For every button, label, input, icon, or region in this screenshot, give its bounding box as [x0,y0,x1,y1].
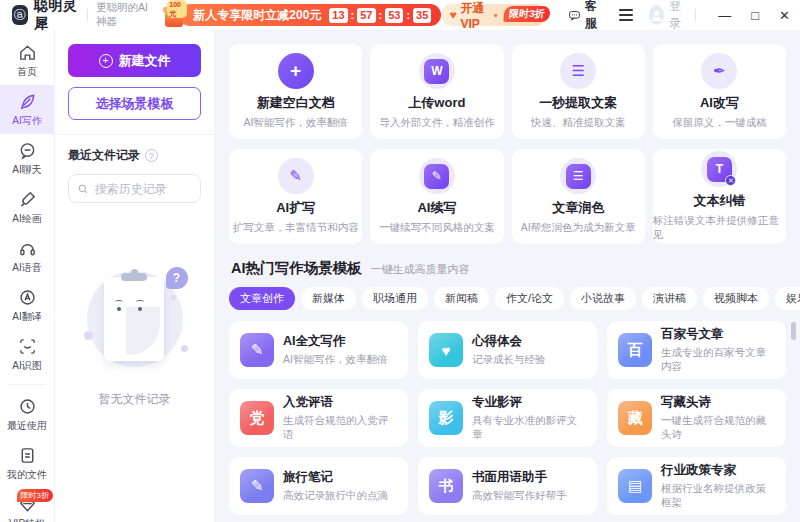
tab-speech[interactable]: 演讲稿 [642,287,697,310]
feature-desc: 扩写文章，丰富情节和内容 [233,221,359,235]
template-desc: 一键生成符合规范的藏头诗 [661,414,775,442]
tab-article-creation[interactable]: 文章创作 [229,287,295,310]
feature-grid: + 新建空白文档 AI智能写作，效率翻倍 W 上传word 导入外部文件，精准创… [229,44,786,244]
sidebar-item-ai-image-recognition[interactable]: AI识图 [0,330,54,379]
tab-video-script[interactable]: 视频脚本 [703,287,769,310]
close-button[interactable]: ✕ [779,9,790,22]
question-bubble-icon: ? [166,267,188,289]
poem-icon: 藏 [618,401,652,435]
template-acrostic-poem[interactable]: 藏 写藏头诗 一键生成符合规范的藏头诗 [607,389,786,447]
history-search-input[interactable] [95,182,192,196]
promo-banner[interactable]: 100元 新人专享限时立减200元 13: 57: 53: 35 [179,4,441,26]
policy-doc-icon: ▤ [618,469,652,503]
template-travel-notes[interactable]: ✎ 旅行笔记 高效记录旅行中的点滴 [229,457,408,515]
template-movie-review[interactable]: 影 专业影评 具有专业水准的影评文章 [418,389,597,447]
feature-upload-word[interactable]: W 上传word 导入外部文件，精准创作 [370,44,503,139]
template-title: 心得体会 [472,333,546,350]
vip-label: 开通VIP [461,0,491,31]
template-industry-policy[interactable]: ▤ 行业政策专家 根据行业名称提供政策框架 [607,457,786,515]
help-icon[interactable]: ? [145,149,158,162]
template-desc: 记录成长与经验 [472,353,546,367]
app-logo-icon: ⓐ [12,5,28,25]
sidebar-item-ai-paint[interactable]: AI绘画 [0,183,54,232]
scrollbar-thumb[interactable] [791,322,796,340]
new-file-label: 新建文件 [119,52,171,70]
sidebar-item-home[interactable]: 首页 [0,36,54,85]
sidebar-item-vip[interactable]: 限时3折 VIP特权 [0,488,54,522]
new-file-button[interactable]: + 新建文件 [68,44,201,77]
maximize-button[interactable]: □ [751,9,759,22]
sidebar-label: AI写作 [12,114,41,128]
countdown-seconds: 35 [413,8,431,23]
sidebar-label: 我的文件 [7,468,47,482]
template-reflections[interactable]: ♥ 心得体会 记录成长与经验 [418,321,597,379]
sidebar-item-ai-voice[interactable]: AI语音 [0,232,54,281]
sidebar-label: AI识图 [12,359,41,373]
heart-book-icon: ♥ [429,333,463,367]
sidebar-label: VIP特权 [9,517,45,522]
movie-icon: 影 [429,401,463,435]
tab-fiction[interactable]: 小说故事 [570,287,636,310]
divider [87,9,88,21]
main-content: + 新建空白文档 AI智能写作，效率翻倍 W 上传word 导入外部文件，精准创… [215,30,800,522]
template-grid: ✎ AI全文写作 AI智能写作，效率翻倍 ♥ 心得体会 记录成长与经验 百 百家… [229,321,786,515]
scan-icon [18,337,37,356]
template-title: 百家号文章 [661,326,775,343]
feature-title: 文章润色 [552,199,604,217]
tab-entertainment[interactable]: 娱乐服务 [775,287,800,310]
minimize-button[interactable]: — [718,9,731,22]
tab-new-media[interactable]: 新媒体 [301,287,356,310]
feature-desc: AI智能写作，效率翻倍 [243,116,347,130]
sidebar-label: AI翻译 [12,310,41,324]
sidebar-item-ai-translate[interactable]: AI翻译 [0,281,54,330]
search-icon [77,182,89,196]
window-controls: — □ ✕ [718,9,790,22]
feature-new-blank-doc[interactable]: + 新建空白文档 AI智能写作，效率翻倍 [229,44,362,139]
plus-circle-icon: + [278,53,314,89]
avatar-icon [649,5,664,25]
clipboard-illustration: ? [80,267,190,377]
templates-section-title: AI热门写作场景模板 [231,259,362,278]
travel-pen-icon: ✎ [240,469,274,503]
template-formal-writing[interactable]: 书 书面用语助手 高效智能写作好帮手 [418,457,597,515]
template-party-review[interactable]: 党 入党评语 生成符合规范的入党评语 [229,389,408,447]
feature-ai-continue[interactable]: ✎ AI续写 一键续写不同风格的文案 [370,149,503,244]
feature-title: 新建空白文档 [257,94,335,112]
sidebar-item-my-files[interactable]: 我的文件 [0,439,54,488]
tab-workplace[interactable]: 职场通用 [362,287,428,310]
customer-service-button[interactable]: 客服 [568,0,603,32]
plus-icon: + [99,54,113,68]
empty-state: ? 暂无文件记录 [68,267,201,408]
choose-template-button[interactable]: 选择场景模板 [68,87,201,120]
sidebar-item-ai-chat[interactable]: AI聊天 [0,134,54,183]
headset-icon [18,239,37,258]
feature-desc: 标注错误文本并提供修正意见 [653,214,786,242]
feature-title: 一秒提取文案 [539,94,617,112]
history-search-box[interactable] [68,174,201,203]
feature-desc: 一键续写不同风格的文案 [379,221,495,235]
baijiahao-icon: 百 [618,333,652,367]
template-title: 旅行笔记 [283,469,388,486]
feature-ai-rewrite[interactable]: ✒ AI改写 保留原义，一键成稿 [653,44,786,139]
panel-divider [55,134,214,135]
edit-doc-icon: ✎ [419,158,455,194]
pen-plus-icon: ✎ [278,158,314,194]
template-baijiahao[interactable]: 百 百家号文章 生成专业的百家号文章内容 [607,321,786,379]
sidebar-item-ai-writing[interactable]: AI写作 [0,85,54,134]
feature-extract-text[interactable]: ☰ 一秒提取文案 快速、精准提取文案 [512,44,645,139]
feature-polish-article[interactable]: ☰ 文章润色 AI帮您润色为成为新文章 [512,149,645,244]
template-ai-fulltext[interactable]: ✎ AI全文写作 AI智能写作，效率翻倍 [229,321,408,379]
feature-text-correction[interactable]: T✕ 文本纠错 标注错误文本并提供修正意见 [653,149,786,244]
template-title: 专业影评 [472,394,586,411]
app-title: 聪明灵犀 [34,0,80,33]
open-vip-button[interactable]: ♥ 开通VIP • 限时3折 [441,4,545,26]
tab-press-release[interactable]: 新闻稿 [434,287,489,310]
tab-essay[interactable]: 作文/论文 [495,287,564,310]
login-button[interactable]: 登录 [649,0,687,32]
title-bar: ⓐ 聪明灵犀 更聪明的AI神器 100元 新人专享限时立减200元 13: 57… [0,0,800,30]
feature-ai-expand[interactable]: ✎ AI扩写 扩写文章，丰富情节和内容 [229,149,362,244]
file-panel: + 新建文件 选择场景模板 最近文件记录 ? [55,30,215,522]
empty-state-text: 暂无文件记录 [99,391,171,408]
sidebar-item-recent[interactable]: 最近使用 [0,390,54,439]
menu-button[interactable] [619,9,633,20]
